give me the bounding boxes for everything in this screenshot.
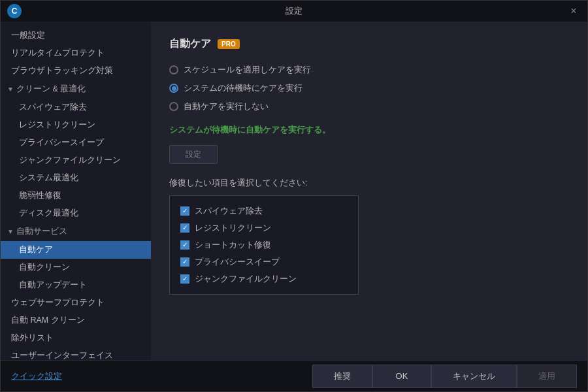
sidebar-child-disk-optimize[interactable]: ディスク最適化 bbox=[1, 204, 151, 222]
checkbox-section-label: 修復したい項目を選択してください: bbox=[169, 177, 569, 189]
checkbox-icon-privacy bbox=[180, 257, 189, 267]
checkbox-box: スパイウェア除去 レジストリクリーン ショートカット修復 プライバシースイープ … bbox=[169, 195, 359, 295]
page-header: 自動ケア PRO bbox=[169, 37, 569, 51]
sidebar: 一般設定 リアルタイムプロテクト ブラウザトラッキング対策 ▼ クリーン & 最… bbox=[1, 22, 151, 360]
radio-standby[interactable]: システムの待機時にケアを実行 bbox=[169, 82, 569, 94]
sidebar-child-junk-clean[interactable]: ジャンクファイルクリーン bbox=[1, 152, 151, 169]
chevron-icon: ▼ bbox=[7, 86, 14, 93]
sidebar-item-user-interface[interactable]: ユーザーインターフェイス bbox=[1, 347, 151, 360]
quick-settings-link[interactable]: クイック設定 bbox=[11, 370, 62, 382]
checkbox-icon-shortcut bbox=[180, 240, 189, 250]
apply-button[interactable]: 適用 bbox=[517, 365, 577, 388]
ok-button[interactable]: OK bbox=[372, 365, 431, 388]
sidebar-section-auto: ▼ 自動サービス bbox=[1, 222, 151, 241]
radio-circle-standby bbox=[169, 84, 178, 93]
bottom-bar: クイック設定 推奨 OK キャンセル 適用 bbox=[1, 360, 587, 391]
sidebar-item-auto-ram[interactable]: 自動 RAM クリーン bbox=[1, 312, 151, 329]
sidebar-item-exclusion[interactable]: 除外リスト bbox=[1, 329, 151, 347]
recommend-button[interactable]: 推奨 bbox=[312, 365, 372, 388]
checkbox-icon-junk bbox=[180, 274, 189, 284]
sidebar-child-auto-care[interactable]: 自動ケア bbox=[1, 241, 151, 259]
title-bar: C 設定 × bbox=[1, 1, 587, 22]
checkbox-junk[interactable]: ジャンクファイルクリーン bbox=[180, 273, 348, 285]
radio-schedule[interactable]: スケジュールを適用しケアを実行 bbox=[169, 64, 569, 76]
page-title: 自動ケア bbox=[169, 37, 211, 51]
sidebar-item-web-surf[interactable]: ウェブサーフプロテクト bbox=[1, 294, 151, 312]
bottom-buttons: 推奨 OK キャンセル 適用 bbox=[312, 365, 577, 388]
sidebar-child-auto-update[interactable]: 自動アップデート bbox=[1, 276, 151, 294]
info-text: システムが待機時に自動ケアを実行する。 bbox=[169, 124, 569, 136]
chevron-icon: ▼ bbox=[7, 228, 14, 235]
sidebar-child-registry-clean[interactable]: レジストリクリーン bbox=[1, 116, 151, 134]
checkbox-spyware[interactable]: スパイウェア除去 bbox=[180, 205, 348, 217]
main-panel: 自動ケア PRO スケジュールを適用しケアを実行 システムの待機時にケアを実行 … bbox=[151, 22, 587, 360]
radio-group: スケジュールを適用しケアを実行 システムの待機時にケアを実行 自動ケアを実行しな… bbox=[169, 64, 569, 112]
sidebar-item-realtime[interactable]: リアルタイムプロテクト bbox=[1, 44, 151, 62]
sidebar-child-vulnerability[interactable]: 脆弱性修復 bbox=[1, 187, 151, 204]
radio-circle-disabled bbox=[169, 102, 178, 111]
sidebar-child-system-optimize[interactable]: システム最適化 bbox=[1, 169, 151, 187]
radio-disabled[interactable]: 自動ケアを実行しない bbox=[169, 101, 569, 112]
sidebar-item-browser-tracking[interactable]: ブラウザトラッキング対策 bbox=[1, 62, 151, 80]
checkbox-icon-spyware bbox=[180, 206, 189, 216]
cancel-button[interactable]: キャンセル bbox=[431, 365, 517, 388]
sidebar-child-spyware[interactable]: スパイウェア除去 bbox=[1, 99, 151, 116]
content-area: 一般設定 リアルタイムプロテクト ブラウザトラッキング対策 ▼ クリーン & 最… bbox=[1, 22, 587, 360]
window-title: 設定 bbox=[286, 5, 302, 17]
settings-button[interactable]: 設定 bbox=[169, 145, 218, 164]
settings-window: C 設定 × 一般設定 リアルタイムプロテクト ブラウザトラッキング対策 ▼ ク… bbox=[0, 0, 588, 392]
close-button[interactable]: × bbox=[566, 4, 581, 18]
checkbox-registry[interactable]: レジストリクリーン bbox=[180, 222, 348, 234]
pro-badge: PRO bbox=[218, 39, 240, 49]
checkbox-icon-registry bbox=[180, 223, 189, 233]
sidebar-child-auto-clean[interactable]: 自動クリーン bbox=[1, 259, 151, 276]
radio-circle-schedule bbox=[169, 65, 178, 74]
sidebar-section-clean: ▼ クリーン & 最適化 bbox=[1, 80, 151, 99]
sidebar-item-general[interactable]: 一般設定 bbox=[1, 27, 151, 44]
sidebar-child-privacy-sweep[interactable]: プライバシースイープ bbox=[1, 134, 151, 152]
checkbox-shortcut[interactable]: ショートカット修復 bbox=[180, 239, 348, 251]
checkbox-privacy[interactable]: プライバシースイープ bbox=[180, 256, 348, 268]
app-logo: C bbox=[7, 4, 22, 18]
